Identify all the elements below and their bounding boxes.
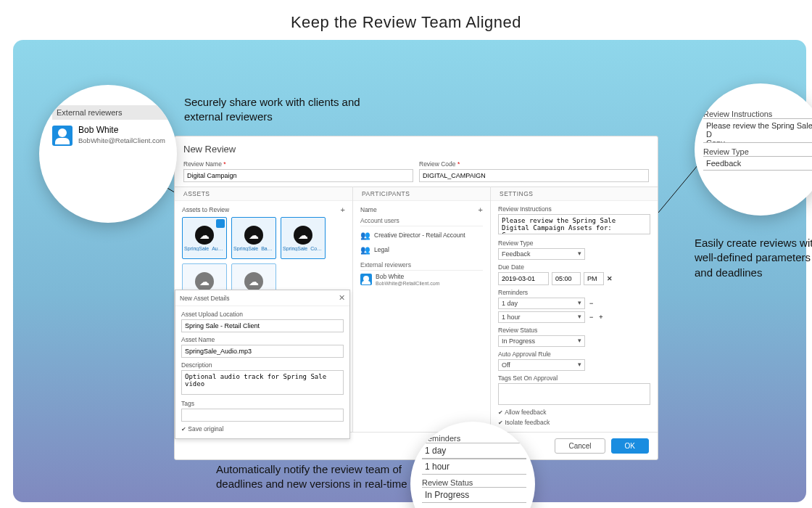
stage: New Review Review Name Review Code ASSET… [13,40,806,502]
review-instructions-input[interactable]: Please review the Spring Sale Digital Ca… [498,214,650,234]
cloud-upload-icon: ☁ [195,226,214,245]
reviewer-name: Bob White [78,126,165,136]
asset-name-input[interactable] [181,345,344,358]
review-type-select[interactable]: Feedback [498,248,585,260]
caption-notify: Automatically notify the review team of … [216,462,419,492]
dialog-title: New Review [175,136,658,160]
auto-approval-label: Auto Approval Rule [498,351,650,358]
review-code-input[interactable] [419,169,649,182]
external-reviewer-email: BobWhite@RetailClient.com [376,281,439,286]
assets-section-header: ASSETS [175,187,352,201]
due-ampm-input[interactable] [584,272,604,285]
type-value: Feedback [703,156,812,171]
reminders-label: Reminders [498,289,650,296]
isolate-feedback-checkbox[interactable]: Isolate feedback [498,419,650,426]
people-icon: 👥 [360,245,370,255]
participant-item[interactable]: 👥 Creative Director - Retail Account [360,228,483,242]
zoom-review-instructions: Review Instructions Please review the Sp… [695,83,812,216]
tags-on-approval-label: Tags Set On Approval [498,374,650,382]
ok-button[interactable]: OK [611,438,649,454]
participant-name: Creative Director - Retail Account [374,232,465,239]
reminder-value: 1 day [422,443,526,459]
allow-feedback-checkbox[interactable]: Allow feedback [498,409,650,416]
review-type-label: Review Type [498,239,650,247]
due-date-input[interactable] [498,272,549,285]
cloud-upload-icon: ☁ [195,272,214,291]
instructions-label: Review Instructions [703,110,812,118]
asset-thumb-label: SpringSale_Cop... [281,246,325,251]
remove-reminder-icon[interactable]: − [588,300,594,307]
asset-details-popup: New Asset Details ✕ Asset Upload Locatio… [175,290,350,439]
due-date-label: Due Date [498,263,650,271]
cloud-upload-icon: ☁ [294,226,312,245]
close-icon[interactable]: ✕ [339,293,345,303]
reminder-select[interactable]: 1 day [498,298,585,309]
auto-approval-select[interactable]: Off [498,359,585,371]
save-original-checkbox[interactable]: Save original [181,425,344,433]
external-reviewer-item[interactable]: Bob White BobWhite@RetailClient.com [360,274,483,287]
caption-parameters: Easily create reviews with well-defined … [695,236,812,280]
tags-label: Tags [181,400,344,407]
external-reviewers-label: External reviewers [360,261,483,271]
review-name-input[interactable] [183,169,413,182]
upload-location-label: Asset Upload Location [181,311,344,318]
remove-reminder-icon[interactable]: − [588,314,594,321]
reminder-select[interactable]: 1 hour [498,311,585,323]
status-value: In Progress [422,487,526,503]
asset-thumb-label: SpringSale_Aud... [183,246,226,251]
status-label: Review Status [422,478,531,487]
asset-thumb[interactable]: ☁ SpringSale_Ban... [231,217,276,259]
instructions-value: Please review the Spring Sale D Copy [703,118,812,143]
add-reminder-icon[interactable]: + [597,314,604,321]
new-review-dialog: New Review Review Name Review Code ASSET… [174,136,658,460]
participant-name-label: Name [360,206,377,213]
asset-name-label: Asset Name [181,336,344,343]
avatar-icon [52,126,72,146]
people-icon: 👥 [360,230,370,240]
reviewer-email: BobWhite@RetailClient.com [78,136,165,144]
description-input[interactable]: Optional audio track for Spring Sale vid… [181,370,344,395]
participant-name: Legal [374,246,389,253]
cancel-button[interactable]: Cancel [555,438,605,454]
add-asset-icon[interactable]: + [341,205,345,214]
reminder-value: 1 hour [422,459,526,475]
page-title: Keep the Review Team Aligned [0,0,812,39]
cloud-upload-icon: ☁ [244,226,263,245]
review-status-label: Review Status [498,327,650,334]
settings-section-header: SETTINGS [491,187,658,201]
caption-share: Securely share work with clients and ext… [184,95,365,125]
upload-location-input[interactable] [181,319,344,332]
asset-thumb-label: SpringSale_Ban... [232,246,276,251]
add-participant-icon[interactable]: + [478,205,483,214]
due-time-input[interactable] [552,272,581,285]
review-status-select[interactable]: In Progress [498,335,585,347]
external-reviewer-name: Bob White [376,274,439,280]
asset-thumb[interactable]: ☁ SpringSale_Aud... [182,217,227,259]
cloud-upload-icon: ☁ [244,272,263,291]
review-instructions-label: Review Instructions [498,205,650,213]
tags-input[interactable] [181,409,344,422]
asset-details-title: New Asset Details [180,295,230,302]
clear-date-icon[interactable]: ✕ [607,275,613,282]
participants-section-header: PARTICIPANTS [353,187,490,201]
external-reviewers-header: External reviewers [52,105,170,120]
review-code-label: Review Code [419,160,649,168]
zoom-external-reviewers: External reviewers Bob White BobWhite@Re… [39,85,177,223]
description-label: Description [181,361,344,369]
tags-on-approval-input[interactable] [498,383,650,405]
type-label: Review Type [703,147,812,156]
assets-to-review-label: Assets to Review [182,206,229,213]
participant-item[interactable]: 👥 Legal [360,242,483,257]
asset-thumb[interactable]: ☁ SpringSale_Cop... [281,217,326,259]
avatar-icon [360,274,372,285]
review-name-label: Review Name [183,160,413,168]
account-users-label: Account users [360,217,483,226]
